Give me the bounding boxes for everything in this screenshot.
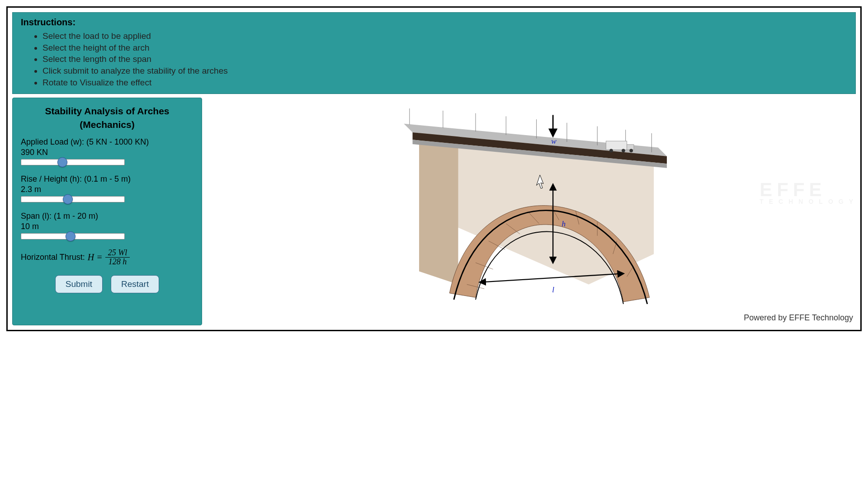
- app-frame: Instructions: Select the load to be appl…: [6, 6, 862, 331]
- instruction-item: Select the height of the arch: [42, 42, 847, 54]
- load-label: Applied Load (w): (5 KN - 1000 KN): [21, 137, 193, 147]
- svg-point-17: [622, 149, 625, 153]
- height-slider[interactable]: [21, 196, 125, 202]
- svg-rect-14: [606, 141, 627, 150]
- controls-panel: Stability Analysis of Arches (Mechanics)…: [12, 98, 202, 325]
- instruction-item: Select the length of the span: [42, 53, 847, 65]
- powered-by-text: Powered by EFFE Technology: [744, 313, 853, 323]
- controls-title: Stability Analysis of Arches (Mechanics): [21, 104, 193, 131]
- height-label: Rise / Height (h): (0.1 m - 5 m): [21, 174, 193, 184]
- controls-title-line2: (Mechanics): [80, 119, 134, 130]
- formula-denom: 128 h: [106, 258, 130, 266]
- instruction-item: Rotate to Visualize the effect: [42, 77, 847, 89]
- formula-var: H =: [88, 252, 103, 263]
- formula-lhs: Horizontal Thrust:: [21, 253, 85, 262]
- formula-fraction: 25 Wl 128 h: [105, 249, 130, 266]
- instruction-item: Click submit to analyze the stability of…: [42, 65, 847, 77]
- visualization-panel[interactable]: EFFE TECHNOLOGY: [208, 98, 856, 325]
- svg-point-16: [609, 149, 613, 153]
- instructions-list: Select the load to be applied Select the…: [21, 30, 847, 88]
- param-load: Applied Load (w): (5 KN - 1000 KN) 390 K…: [21, 137, 193, 167]
- instructions-title: Instructions:: [21, 17, 847, 28]
- label-w: w: [551, 137, 557, 145]
- svg-marker-1: [419, 126, 458, 285]
- height-value: 2.3 m: [21, 185, 193, 194]
- restart-button[interactable]: Restart: [111, 275, 159, 293]
- formula-row: Horizontal Thrust: H = 25 Wl 128 h: [21, 249, 193, 266]
- svg-rect-15: [627, 145, 634, 150]
- param-height: Rise / Height (h): (0.1 m - 5 m) 2.3 m: [21, 174, 193, 204]
- buttons-row: Submit Restart: [21, 275, 193, 293]
- submit-button[interactable]: Submit: [55, 275, 103, 293]
- instructions-panel: Instructions: Select the load to be appl…: [12, 12, 856, 94]
- label-l: l: [552, 286, 554, 294]
- param-span: Span (l): (1 m - 20 m) 10 m: [21, 211, 193, 241]
- load-value: 390 KN: [21, 148, 193, 157]
- label-h: h: [561, 220, 566, 228]
- instruction-item: Select the load to be applied: [42, 30, 847, 42]
- controls-title-line1: Stability Analysis of Arches: [45, 106, 169, 116]
- span-slider[interactable]: [21, 233, 125, 239]
- arch-diagram[interactable]: w h l: [208, 98, 856, 324]
- content-row: Stability Analysis of Arches (Mechanics)…: [12, 98, 856, 325]
- span-label: Span (l): (1 m - 20 m): [21, 211, 193, 221]
- formula-numer: 25 Wl: [105, 249, 130, 258]
- span-value: 10 m: [21, 222, 193, 231]
- load-slider[interactable]: [21, 159, 125, 165]
- svg-point-18: [629, 149, 633, 153]
